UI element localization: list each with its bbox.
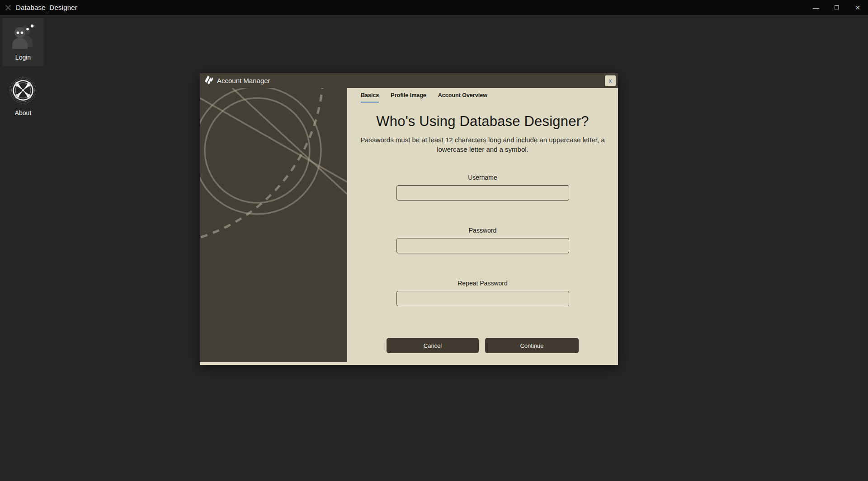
close-icon[interactable]: ✕ [847,0,868,15]
tab-basics[interactable]: Basics [361,92,379,103]
tab-account-overview[interactable]: Account Overview [438,92,487,103]
dialog-actions: Cancel Continue [387,338,579,353]
cancel-button[interactable]: Cancel [387,338,479,353]
dialog-header: Account Manager x [200,73,618,88]
password-input[interactable] [396,238,569,253]
tab-profile-image[interactable]: Profile Image [391,92,426,103]
dialog-title: Account Manager [217,77,270,84]
users-chat-icon [9,23,37,51]
tab-bar: Basics Profile Image Account Overview [347,88,618,103]
compass-emblem-icon [9,76,37,106]
page-title: Who's Using Database Designer? [376,113,589,130]
sidebar-item-about[interactable]: About [2,76,44,117]
username-input[interactable] [396,185,569,201]
app-logo-icon [4,4,12,12]
minimize-icon[interactable]: — [806,0,826,15]
titlebar: Database_Designer — ❐ ✕ [0,0,868,15]
window-title: Database_Designer [16,4,77,11]
username-label: Username [468,174,497,181]
decorative-panel [200,88,347,362]
sidebar: Login [0,15,47,117]
account-form: Username Password Repeat Password Cancel… [396,154,569,353]
password-label: Password [469,227,496,234]
decorative-arcs-graphic [200,88,347,362]
repeat-password-input[interactable] [396,291,569,306]
sidebar-item-label: About [15,109,32,117]
maximize-icon[interactable]: ❐ [826,0,847,15]
password-requirements-text: Passwords must be at least 12 characters… [353,135,613,154]
dialog-close-button[interactable]: x [605,75,616,86]
sidebar-item-label: Login [15,54,31,61]
account-manager-dialog: Account Manager x Basics Profile Image A… [200,73,618,365]
repeat-password-label: Repeat Password [458,280,508,287]
account-manager-logo-icon [204,75,213,87]
dialog-content: Basics Profile Image Account Overview Wh… [347,88,618,365]
dialog-body: Basics Profile Image Account Overview Wh… [200,88,618,365]
window-controls: — ❐ ✕ [806,0,868,15]
sidebar-item-login[interactable]: Login [2,18,44,66]
continue-button[interactable]: Continue [485,338,579,353]
